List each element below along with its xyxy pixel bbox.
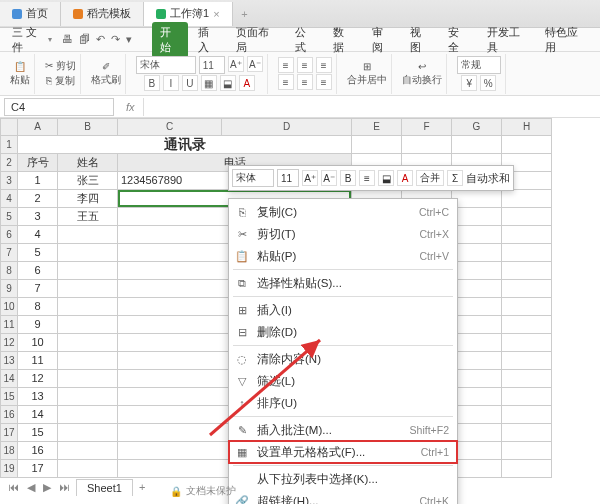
mini-fill[interactable]: ⬓ <box>378 170 394 186</box>
ribbon-tab-2[interactable]: 页面布局 <box>228 22 285 58</box>
cell[interactable] <box>502 226 552 244</box>
context-menu-item[interactable]: ✎插入批注(M)...Shift+F2 <box>229 419 457 441</box>
italic-button[interactable]: I <box>163 75 179 91</box>
cell[interactable] <box>452 352 502 370</box>
header-cell[interactable]: 序号 <box>18 154 58 172</box>
number-format-select[interactable]: 常规 <box>457 56 501 74</box>
row-header[interactable]: 11 <box>0 316 18 334</box>
cell[interactable] <box>58 388 118 406</box>
column-header[interactable]: G <box>452 118 502 136</box>
context-menu-item[interactable]: 📋粘贴(P)Ctrl+V <box>229 245 457 267</box>
cell[interactable] <box>58 424 118 442</box>
cell[interactable] <box>58 334 118 352</box>
mini-autosum[interactable]: 自动求和 <box>466 171 510 186</box>
context-menu-item[interactable]: 🔗超链接(H)...Ctrl+K <box>229 490 457 504</box>
decrease-font-icon[interactable]: A⁻ <box>247 56 263 72</box>
context-menu-item[interactable]: ⊞插入(I) <box>229 299 457 321</box>
cell[interactable]: 7 <box>18 280 58 298</box>
sheet-tab[interactable]: Sheet1 <box>76 479 133 496</box>
sheet-nav-last[interactable]: ⏭ <box>57 481 72 493</box>
font-select[interactable]: 宋体 <box>136 56 196 74</box>
cell[interactable] <box>58 406 118 424</box>
header-cell[interactable]: 姓名 <box>58 154 118 172</box>
sigma-icon[interactable]: Σ <box>447 170 463 186</box>
row-header[interactable]: 10 <box>0 298 18 316</box>
row-header[interactable]: 9 <box>0 280 18 298</box>
increase-font-icon[interactable]: A⁺ <box>228 56 244 72</box>
cell[interactable] <box>58 244 118 262</box>
new-tab-button[interactable]: + <box>233 8 257 20</box>
fx-icon[interactable]: fx <box>118 101 143 113</box>
column-header[interactable]: F <box>402 118 452 136</box>
ribbon-tab-6[interactable]: 视图 <box>402 22 438 58</box>
mini-bold[interactable]: B <box>340 170 356 186</box>
merge-group[interactable]: ⊞合并居中 <box>343 54 392 94</box>
cell[interactable]: 15 <box>18 424 58 442</box>
font-size-select[interactable]: 11 <box>199 56 225 74</box>
row-header[interactable]: 8 <box>0 262 18 280</box>
copy-button[interactable]: ⎘ 复制 <box>46 74 75 88</box>
column-header[interactable]: E <box>352 118 402 136</box>
cell[interactable] <box>502 262 552 280</box>
row-header[interactable]: 6 <box>0 226 18 244</box>
ribbon-tab-8[interactable]: 开发工具 <box>479 22 536 58</box>
cell[interactable] <box>58 226 118 244</box>
cell[interactable] <box>452 370 502 388</box>
row-header[interactable]: 1 <box>0 136 18 154</box>
mini-merge[interactable]: 合并 <box>416 170 444 186</box>
cell[interactable]: 2 <box>18 190 58 208</box>
cell[interactable] <box>452 388 502 406</box>
print-icon[interactable]: 🖶 <box>62 33 73 46</box>
format-painter-group[interactable]: ✐格式刷 <box>87 54 126 94</box>
redo-icon[interactable]: ↷ <box>111 33 120 46</box>
cell[interactable]: 10 <box>18 334 58 352</box>
column-header[interactable]: B <box>58 118 118 136</box>
file-menu[interactable]: 三 文件▾ <box>6 23 58 57</box>
row-header[interactable]: 4 <box>0 190 18 208</box>
cell[interactable] <box>502 298 552 316</box>
context-menu-item[interactable]: ⧉选择性粘贴(S)... <box>229 272 457 294</box>
row-header[interactable]: 15 <box>0 388 18 406</box>
ribbon-tab-0[interactable]: 开始 <box>152 22 188 58</box>
cell[interactable] <box>502 352 552 370</box>
font-color-button[interactable]: A <box>239 75 255 91</box>
add-sheet-button[interactable]: + <box>137 481 147 493</box>
mini-size[interactable]: 11 <box>277 169 299 187</box>
cell[interactable]: 5 <box>18 244 58 262</box>
ribbon-tab-5[interactable]: 审阅 <box>364 22 400 58</box>
align-right-icon[interactable]: ≡ <box>316 74 332 90</box>
cell[interactable] <box>502 136 552 154</box>
align-bot-icon[interactable]: ≡ <box>316 57 332 73</box>
cell[interactable] <box>58 298 118 316</box>
context-menu-item[interactable]: ⎘复制(C)Ctrl+C <box>229 201 457 223</box>
cell[interactable] <box>502 316 552 334</box>
select-all-corner[interactable] <box>0 118 18 136</box>
cell[interactable]: 3 <box>18 208 58 226</box>
percent-icon[interactable]: % <box>480 75 496 91</box>
fill-color-button[interactable]: ⬓ <box>220 75 236 91</box>
cell[interactable]: 张三 <box>58 172 118 190</box>
cell[interactable] <box>502 280 552 298</box>
context-menu-item[interactable]: ▽筛选(L) <box>229 370 457 392</box>
column-header[interactable]: D <box>222 118 352 136</box>
name-box[interactable]: C4 <box>4 98 114 116</box>
cell[interactable] <box>502 190 552 208</box>
context-menu-item[interactable]: 从下拉列表中选择(K)... <box>229 468 457 490</box>
cell[interactable] <box>58 442 118 460</box>
cell[interactable] <box>502 406 552 424</box>
ribbon-tab-4[interactable]: 数据 <box>325 22 361 58</box>
cell[interactable]: 9 <box>18 316 58 334</box>
cell[interactable]: 李四 <box>58 190 118 208</box>
formula-input[interactable] <box>143 98 600 116</box>
align-center-icon[interactable]: ≡ <box>297 74 313 90</box>
column-header[interactable]: A <box>18 118 58 136</box>
ribbon-tab-3[interactable]: 公式 <box>287 22 323 58</box>
border-button[interactable]: ▦ <box>201 75 217 91</box>
cell[interactable] <box>502 442 552 460</box>
mini-fontcolor[interactable]: A <box>397 170 413 186</box>
cell[interactable] <box>452 334 502 352</box>
underline-button[interactable]: U <box>182 75 198 91</box>
context-menu-item[interactable]: ◌清除内容(N) <box>229 348 457 370</box>
sheet-nav-prev[interactable]: ◀ <box>25 481 37 494</box>
row-header[interactable]: 18 <box>0 442 18 460</box>
